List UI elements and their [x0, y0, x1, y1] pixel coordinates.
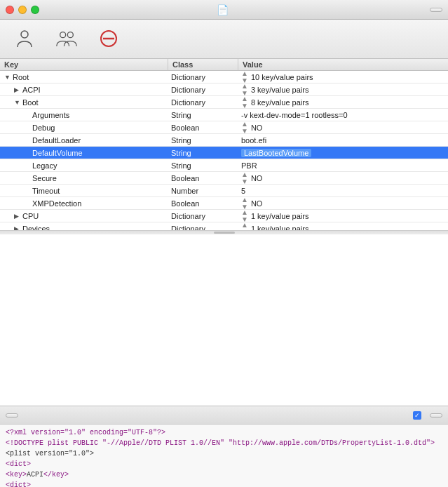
key-cell: DefaultLoader — [0, 134, 168, 146]
value-stepper[interactable]: ▲▼ — [241, 121, 248, 133]
value-cell: PBR — [238, 159, 448, 171]
table-row[interactable]: XMPDetectionBoolean▲▼NO — [0, 197, 448, 210]
toolbar — [0, 20, 448, 59]
table-row[interactable]: ArgumentsString-v kext-dev-mode=1 rootle… — [0, 109, 448, 121]
key-name: ACPI — [22, 86, 41, 94]
value-header: Value — [238, 59, 448, 70]
key-cell: ▼Boot — [0, 96, 168, 108]
maximize-button[interactable] — [31, 6, 39, 14]
new-child-button[interactable] — [7, 27, 42, 51]
delete-button[interactable] — [91, 27, 126, 51]
table-row[interactable]: ▶CPUDictionary▲▼1 key/value pairs — [0, 210, 448, 222]
value-cell: LastBootedVolume — [238, 147, 448, 159]
value-text: NO — [251, 199, 263, 208]
key-cell: XMPDetection — [0, 197, 168, 209]
svg-point-2 — [67, 32, 73, 37]
value-text: -v kext-dev-mode=1 rootless=0 — [241, 111, 348, 119]
value-text: boot.efi — [241, 136, 266, 145]
expand-triangle[interactable]: ▶ — [14, 225, 21, 231]
class-cell: Dictionary — [168, 96, 238, 108]
xml-line: <plist version="1.0"> — [6, 448, 442, 459]
svg-point-1 — [60, 32, 66, 37]
file-icon: 📄 — [217, 4, 229, 15]
table-header: Key Class Value — [0, 59, 448, 71]
value-cell: boot.efi — [238, 134, 448, 146]
table-row[interactable]: SecureBoolean▲▼NO — [0, 172, 448, 185]
key-cell: Legacy — [0, 159, 168, 171]
window-buttons — [6, 6, 39, 14]
key-name: Root — [13, 73, 29, 81]
table-row[interactable]: DefaultLoaderStringboot.efi — [0, 134, 448, 147]
value-stepper[interactable]: ▲▼ — [241, 96, 248, 108]
class-cell: String — [168, 134, 238, 146]
value-cell: ▲▼NO — [238, 121, 448, 133]
table-row[interactable]: ▶DevicesDictionary▲▼1 key/value pairs — [0, 222, 448, 230]
leaf-spacer — [24, 149, 31, 156]
title-bar: 📄 — [0, 0, 448, 20]
class-cell: Dictionary — [168, 71, 238, 83]
expand-triangle[interactable]: ▶ — [14, 213, 21, 220]
class-cell: Number — [168, 185, 238, 196]
table-row[interactable]: LegacyStringPBR — [0, 159, 448, 172]
key-name: Secure — [32, 174, 57, 182]
xml-line: <key>ACPI</key> — [6, 469, 442, 480]
value-cell: ▲▼NO — [238, 197, 448, 209]
window-title-area: 📄 — [217, 4, 231, 15]
value-text: 8 key/value pairs — [251, 98, 309, 107]
leaf-spacer — [24, 137, 31, 144]
key-cell: Secure — [0, 172, 168, 184]
value-stepper[interactable]: ▲▼ — [241, 84, 248, 95]
table-row[interactable]: ▼RootDictionary▲▼10 key/value pairs — [0, 71, 448, 84]
class-cell: String — [168, 147, 238, 159]
expand-triangle[interactable]: ▼ — [4, 74, 11, 81]
svg-point-0 — [21, 31, 28, 38]
value-stepper[interactable]: ▲▼ — [241, 197, 248, 209]
class-cell: Dictionary — [168, 210, 238, 222]
sync-text-button[interactable] — [430, 413, 442, 418]
key-header: Key — [0, 59, 168, 70]
value-cell: ▲▼10 key/value pairs — [238, 71, 448, 83]
key-cell: Debug — [0, 121, 168, 133]
value-text: 1 key/value pairs — [251, 212, 309, 220]
value-cell: 5 — [238, 185, 448, 196]
leaf-spacer — [24, 124, 31, 131]
value-cell: ▲▼1 key/value pairs — [238, 210, 448, 222]
key-cell: ▶Devices — [0, 222, 168, 230]
leaf-spacer — [24, 187, 31, 194]
value-text: LastBootedVolume — [241, 149, 311, 157]
new-sibling-button[interactable] — [49, 27, 84, 51]
class-cell: Boolean — [168, 121, 238, 133]
table-row[interactable]: DebugBoolean▲▼NO — [0, 121, 448, 134]
value-text: PBR — [241, 161, 257, 170]
table-row[interactable]: ▶ACPIDictionary▲▼3 key/value pairs — [0, 84, 448, 96]
value-text: 5 — [241, 187, 245, 195]
value-stepper[interactable]: ▲▼ — [241, 172, 248, 184]
table-row[interactable]: TimeoutNumber5 — [0, 185, 448, 197]
xml-line: <dict> — [6, 459, 442, 469]
expand-triangle[interactable]: ▼ — [14, 99, 21, 106]
scroll-handle[interactable] — [214, 232, 235, 234]
class-cell: Boolean — [168, 172, 238, 184]
value-text: 3 key/value pairs — [251, 86, 309, 94]
auto-sync-container: ✓ — [413, 411, 424, 420]
value-stepper[interactable]: ▲▼ — [241, 222, 248, 230]
key-cell: ▶CPU — [0, 210, 168, 222]
minimize-button[interactable] — [18, 6, 27, 14]
key-cell: Arguments — [0, 109, 168, 121]
key-name: Arguments — [32, 111, 69, 119]
expand-triangle[interactable]: ▶ — [14, 86, 21, 93]
table-body: ▼RootDictionary▲▼10 key/value pairs▶ACPI… — [0, 71, 448, 230]
sync-outline-button[interactable] — [6, 413, 18, 418]
purchase-now-button[interactable] — [430, 8, 442, 12]
leaf-spacer — [24, 200, 31, 207]
table-row[interactable]: DefaultVolumeStringLastBootedVolume — [0, 147, 448, 159]
xml-line: <dict> — [6, 480, 442, 487]
auto-sync-checkbox[interactable]: ✓ — [413, 411, 421, 420]
value-text: NO — [251, 174, 263, 182]
close-button[interactable] — [6, 6, 14, 14]
class-cell: Dictionary — [168, 222, 238, 230]
value-stepper[interactable]: ▲▼ — [241, 210, 248, 222]
value-text: 1 key/value pairs — [251, 225, 309, 231]
table-row[interactable]: ▼BootDictionary▲▼8 key/value pairs — [0, 96, 448, 109]
value-stepper[interactable]: ▲▼ — [241, 71, 248, 83]
